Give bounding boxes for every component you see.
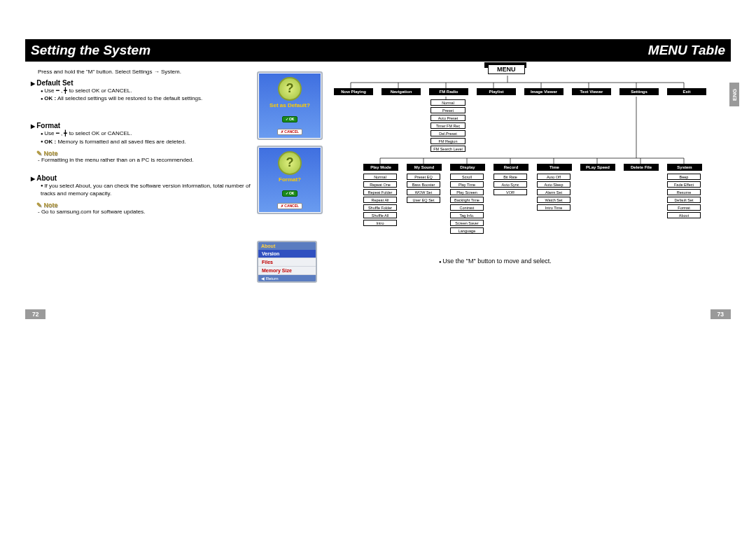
menu-node: Settings bbox=[620, 88, 659, 95]
menu-node: Intro Time bbox=[537, 204, 570, 211]
note2-label: Note bbox=[36, 202, 251, 209]
intro-text: Press and hold the "M" button. Select Se… bbox=[38, 69, 251, 75]
about-bullet1: If you select About, you can check the s… bbox=[41, 182, 251, 197]
title-right: MENU Table bbox=[648, 43, 725, 58]
footer: 72 73 bbox=[25, 309, 731, 319]
menu-node: Timer FM Rec bbox=[430, 122, 465, 129]
screen-default: ? Set as Default? ✓ OK ✗ CANCEL bbox=[257, 71, 323, 140]
menu-node: Language bbox=[450, 227, 484, 234]
language-tab: ENG bbox=[729, 83, 739, 106]
section-about: About bbox=[31, 174, 251, 182]
menu-node: Auto Sleep bbox=[537, 181, 570, 188]
instruction-text: Use the "M" button to move and select. bbox=[439, 258, 552, 265]
menu-node: Format bbox=[667, 204, 701, 211]
menu-node: Del.Preset bbox=[430, 130, 465, 136]
page-spread: Setting the System MENU Table Press and … bbox=[0, 0, 756, 534]
menu-node: Text Viewer bbox=[572, 88, 611, 95]
menu-node: Auto Sync bbox=[493, 181, 527, 188]
menu-node: PLay Speed bbox=[580, 164, 615, 171]
menu-node: Display bbox=[450, 164, 485, 171]
menu-node: Record bbox=[493, 164, 528, 171]
menu-node: Resume bbox=[667, 189, 701, 195]
menu-node: Intro bbox=[363, 220, 397, 226]
menu-node: Shuffle All bbox=[363, 212, 397, 218]
ds-bullet2: OK : All selected settings will be resto… bbox=[41, 94, 251, 102]
screen-about: About Version Files Memory Size ◀ Return bbox=[257, 241, 317, 283]
menu-node: Beep bbox=[667, 174, 701, 180]
section-default-set: Default Set bbox=[31, 79, 251, 87]
menu-node: Repeat One bbox=[363, 181, 397, 188]
note1-text: - Formatting in the menu rather than on … bbox=[38, 157, 251, 163]
menu-node: About bbox=[667, 212, 701, 218]
menu-node: Preset EQ bbox=[407, 174, 440, 180]
menu-node: Preset bbox=[430, 107, 465, 113]
menu-node: Exit bbox=[667, 88, 706, 95]
menu-node: Contrast bbox=[450, 204, 484, 211]
title-left: Setting the System bbox=[31, 43, 150, 58]
menu-node: Image Viewer bbox=[524, 88, 564, 95]
fmt-bullet2: OK : Memory is formatted and all saved f… bbox=[41, 138, 251, 146]
menu-node: Time bbox=[537, 164, 572, 171]
screen-format: ? Format? ✓ OK ✗ CANCEL bbox=[257, 146, 323, 214]
menu-node: Scroll bbox=[450, 174, 484, 180]
menu-node: Normal bbox=[363, 174, 397, 180]
menu-node: Normal bbox=[430, 99, 465, 106]
menu-node: Auto Preset bbox=[430, 115, 465, 121]
menu-node: FM Radio bbox=[429, 88, 468, 95]
menu-node: VOR bbox=[493, 189, 527, 195]
note2-text: - Go to samsung.com for software updates… bbox=[38, 209, 251, 215]
menu-node: Bass Booster bbox=[407, 181, 440, 188]
menu-node: FM Search Level bbox=[430, 146, 465, 152]
menu-node: Navigation bbox=[382, 88, 421, 95]
menu-node: Tag Info. bbox=[450, 212, 484, 218]
menu-node: WOW Set bbox=[407, 189, 440, 195]
menu-node: Playlist bbox=[477, 88, 516, 95]
note1-label: Note bbox=[36, 150, 251, 157]
fmt-bullet1: Use ━ , ╋ to select OK or CANCEL. bbox=[41, 129, 251, 137]
menu-node: Screen Saver bbox=[450, 220, 484, 226]
menu-node: Alarm Set bbox=[537, 189, 570, 195]
menu-node: Shuffle Folder bbox=[363, 204, 397, 211]
menu-node: Fade Effect bbox=[667, 181, 701, 188]
left-column: Press and hold the "M" button. Select Se… bbox=[25, 62, 257, 283]
page-number-right: 73 bbox=[710, 309, 731, 319]
menu-node: Backlight Time bbox=[450, 197, 484, 203]
menu-node: Delete File bbox=[624, 164, 659, 171]
menu-node: Default Set bbox=[667, 197, 701, 203]
menu-node: System bbox=[667, 164, 702, 171]
menu-node: Play Screen bbox=[450, 189, 484, 195]
menu-node: Bit Rate bbox=[493, 174, 527, 180]
menu-root: MENU bbox=[488, 64, 525, 74]
menu-tree: MENU bbox=[327, 62, 731, 283]
page-number-left: 72 bbox=[25, 309, 46, 319]
menu-node: Watch Set bbox=[537, 197, 570, 203]
menu-node: Play Mode bbox=[363, 164, 398, 171]
header-bar: Setting the System MENU Table bbox=[25, 39, 731, 62]
menu-node: Repeat Folder bbox=[363, 189, 397, 195]
menu-node: Repeat All bbox=[363, 197, 397, 203]
menu-node: Auto Off bbox=[537, 174, 570, 180]
menu-node: FM Region bbox=[430, 138, 465, 144]
device-previews: ? Set as Default? ✓ OK ✗ CANCEL ? Format… bbox=[257, 62, 327, 283]
menu-node: User EQ Set bbox=[407, 197, 440, 203]
menu-node: Now Playing bbox=[334, 88, 373, 95]
ds-bullet1: Use ━ , ╋ to select OK or CANCEL. bbox=[41, 87, 251, 94]
menu-node: My Sound bbox=[407, 164, 442, 171]
section-format: Format bbox=[31, 122, 251, 129]
menu-node: Play Time bbox=[450, 181, 484, 188]
